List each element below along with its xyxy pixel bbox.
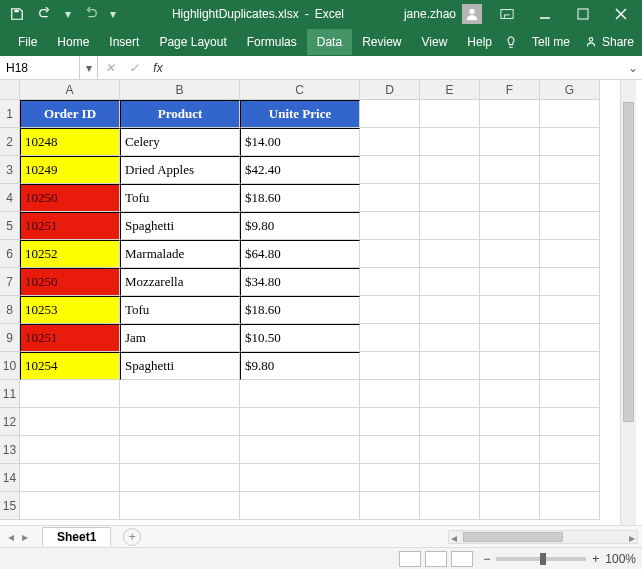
vertical-scrollbar-thumb[interactable] [623, 102, 634, 422]
cell-D3[interactable] [360, 156, 420, 184]
table-cell[interactable]: $42.40 [240, 156, 360, 184]
table-cell[interactable]: 10251 [20, 212, 120, 240]
formula-expand[interactable]: ⌄ [624, 56, 642, 79]
view-pagelayout-button[interactable] [425, 551, 447, 567]
tab-data[interactable]: Data [307, 29, 352, 55]
cell-F4[interactable] [480, 184, 540, 212]
cell-E8[interactable] [420, 296, 480, 324]
cell-D10[interactable] [360, 352, 420, 380]
cell-E13[interactable] [420, 436, 480, 464]
fx-icon[interactable]: fx [146, 56, 170, 79]
cell-F5[interactable] [480, 212, 540, 240]
cell-G2[interactable] [540, 128, 600, 156]
save-button[interactable] [4, 2, 30, 26]
view-normal-button[interactable] [399, 551, 421, 567]
tab-home[interactable]: Home [47, 29, 99, 55]
table-cell[interactable]: $14.00 [240, 128, 360, 156]
cell-B14[interactable] [120, 464, 240, 492]
ribbon-display-options[interactable] [490, 2, 524, 26]
row-header-8[interactable]: 8 [0, 296, 20, 324]
row-header-15[interactable]: 15 [0, 492, 20, 520]
table-cell[interactable]: $64.80 [240, 240, 360, 268]
table-cell[interactable]: Celery [120, 128, 240, 156]
column-header-E[interactable]: E [420, 80, 480, 100]
cell-E6[interactable] [420, 240, 480, 268]
minimize-button[interactable] [528, 2, 562, 26]
table-cell[interactable]: 10253 [20, 296, 120, 324]
cell-F3[interactable] [480, 156, 540, 184]
tab-formulas[interactable]: Formulas [237, 29, 307, 55]
sheet-nav-next[interactable]: ▸ [22, 530, 28, 544]
cell-E4[interactable] [420, 184, 480, 212]
table-cell[interactable]: $18.60 [240, 296, 360, 324]
cell-E14[interactable] [420, 464, 480, 492]
horizontal-scrollbar-thumb[interactable] [463, 532, 563, 542]
cell-F2[interactable] [480, 128, 540, 156]
cell-F7[interactable] [480, 268, 540, 296]
table-cell[interactable]: 10254 [20, 352, 120, 380]
table-header-cell[interactable]: Unite Price [240, 100, 360, 128]
row-header-6[interactable]: 6 [0, 240, 20, 268]
cell-D4[interactable] [360, 184, 420, 212]
cell-F9[interactable] [480, 324, 540, 352]
cell-D11[interactable] [360, 380, 420, 408]
vertical-scrollbar[interactable] [620, 80, 636, 525]
table-cell[interactable]: 10250 [20, 268, 120, 296]
formula-input[interactable] [170, 56, 624, 79]
user-name[interactable]: jane.zhao [404, 7, 456, 21]
cell-B11[interactable] [120, 380, 240, 408]
cell-B15[interactable] [120, 492, 240, 520]
cell-A12[interactable] [20, 408, 120, 436]
cell-E11[interactable] [420, 380, 480, 408]
undo-button[interactable] [32, 2, 58, 26]
share-button[interactable]: Share [584, 35, 634, 49]
row-header-1[interactable]: 1 [0, 100, 20, 128]
cell-G3[interactable] [540, 156, 600, 184]
cell-F12[interactable] [480, 408, 540, 436]
table-cell[interactable]: $34.80 [240, 268, 360, 296]
column-header-C[interactable]: C [240, 80, 360, 100]
close-button[interactable] [604, 2, 638, 26]
tell-me[interactable]: Tell me [532, 35, 570, 49]
cell-F11[interactable] [480, 380, 540, 408]
cell-D12[interactable] [360, 408, 420, 436]
cell-C12[interactable] [240, 408, 360, 436]
horizontal-scrollbar[interactable]: ◂ ▸ [448, 530, 638, 544]
row-header-10[interactable]: 10 [0, 352, 20, 380]
cell-E15[interactable] [420, 492, 480, 520]
table-cell[interactable]: $18.60 [240, 184, 360, 212]
table-cell[interactable]: $10.50 [240, 324, 360, 352]
name-box-dropdown[interactable]: ▾ [80, 56, 98, 79]
table-cell[interactable]: Tofu [120, 296, 240, 324]
cell-F1[interactable] [480, 100, 540, 128]
cell-A11[interactable] [20, 380, 120, 408]
cell-F14[interactable] [480, 464, 540, 492]
cell-G4[interactable] [540, 184, 600, 212]
hscroll-left-icon[interactable]: ◂ [451, 531, 457, 545]
cell-E2[interactable] [420, 128, 480, 156]
column-header-D[interactable]: D [360, 80, 420, 100]
cell-D8[interactable] [360, 296, 420, 324]
cell-G6[interactable] [540, 240, 600, 268]
cell-G11[interactable] [540, 380, 600, 408]
cell-G7[interactable] [540, 268, 600, 296]
cell-D14[interactable] [360, 464, 420, 492]
table-cell[interactable]: 10250 [20, 184, 120, 212]
cell-E7[interactable] [420, 268, 480, 296]
cell-D5[interactable] [360, 212, 420, 240]
cell-A14[interactable] [20, 464, 120, 492]
cell-B12[interactable] [120, 408, 240, 436]
cell-G12[interactable] [540, 408, 600, 436]
tab-file[interactable]: File [8, 29, 47, 55]
cell-C11[interactable] [240, 380, 360, 408]
zoom-out-button[interactable]: − [483, 552, 490, 566]
cell-D9[interactable] [360, 324, 420, 352]
tab-insert[interactable]: Insert [99, 29, 149, 55]
sheet-nav-prev[interactable]: ◂ [8, 530, 14, 544]
cell-G14[interactable] [540, 464, 600, 492]
row-header-14[interactable]: 14 [0, 464, 20, 492]
hscroll-right-icon[interactable]: ▸ [629, 531, 635, 545]
zoom-slider-thumb[interactable] [540, 553, 546, 565]
cell-D15[interactable] [360, 492, 420, 520]
cell-G1[interactable] [540, 100, 600, 128]
